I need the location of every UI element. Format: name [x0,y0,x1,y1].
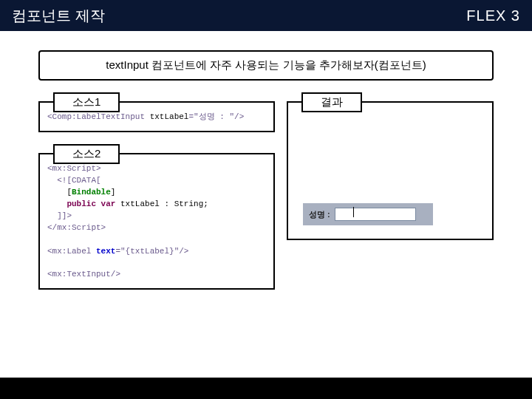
code-text: <mx:TextInput/> [47,270,120,279]
code-text: txtLabel [150,112,189,121]
result-group: 결과 성명 : [287,101,494,240]
source1-label: 소스1 [53,92,120,112]
page-title: 컴포넌트 제작 [12,6,105,26]
subtitle-box: textInput 컴포넌트에 자주 사용되는 기능을 추가해보자(컴포넌트) [38,50,494,81]
columns: 소스1 <Comp:LabelTextInput txtLabel="성명 : … [38,101,494,310]
code-text: <mx:Label [47,247,96,256]
code-text: </mx:Script> [47,223,106,232]
code-text: <Comp:LabelTextInput [47,112,150,121]
right-column: 결과 성명 : [287,101,494,310]
source2-code: <mx:Script> <![CDATA[ [Bindable] public … [47,163,266,281]
source1-group: 소스1 <Comp:LabelTextInput txtLabel="성명 : … [38,101,275,132]
code-text: ="성명 : "/> [188,112,244,121]
code-text: txtLabel : String; [115,200,208,208]
code-text: <![CDATA[ [47,176,101,185]
code-text: public var [66,200,115,208]
content-area: textInput 컴포넌트에 자주 사용되는 기능을 추가해보자(컴포넌트) … [0,31,532,310]
code-text: <mx:Script> [47,164,101,173]
result-label: 결과 [301,92,362,112]
source2-group: 소스2 <mx:Script> <![CDATA[ [Bindable] pub… [38,153,275,290]
code-text: ="{txtLabel}"/> [115,247,188,256]
code-text: ]]> [47,211,72,220]
header-bar: 컴포넌트 제작 FLEX 3 [0,0,532,31]
source1-code: <Comp:LabelTextInput txtLabel="성명 : "/> [47,112,266,123]
code-text: text [96,247,115,256]
brand-label: FLEX 3 [466,7,520,24]
text-cursor [353,207,354,217]
code-text: ] [111,188,116,197]
footer-bar [0,378,532,399]
source2-label: 소스2 [53,144,120,164]
demo-field-label: 성명 : [309,209,330,220]
left-column: 소스1 <Comp:LabelTextInput txtLabel="성명 : … [38,101,275,310]
demo-component: 성명 : [303,203,433,225]
code-text: Bindable [72,188,111,197]
code-text: [ [47,188,72,197]
code-text [47,200,66,208]
demo-text-input[interactable] [335,208,416,221]
